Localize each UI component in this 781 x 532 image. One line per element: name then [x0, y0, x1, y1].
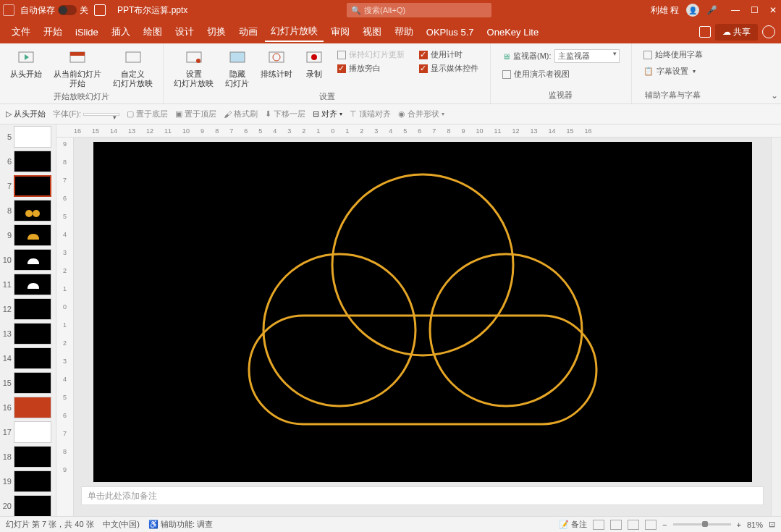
thumbnail-19[interactable]: 19	[1, 470, 54, 492]
slide-content[interactable]	[93, 142, 752, 482]
thumbnail-9[interactable]: 9	[1, 224, 54, 246]
qb-from-start[interactable]: ▷从头开始	[6, 109, 46, 119]
notes-button[interactable]: 📝 备注	[559, 519, 587, 530]
slideshow-view-button[interactable]	[645, 520, 657, 530]
play-narration-checkbox[interactable]: 播放旁白	[337, 63, 405, 74]
menu-插入[interactable]: 插入	[106, 22, 136, 41]
quick-access-bar: ▷从头开始 字体(F): ▢置于底层 ▣置于顶层 🖌格式刷 ⬇下移一层 ⊟对齐▾…	[0, 104, 781, 124]
search-input[interactable]: 🔍 搜索(Alt+Q)	[347, 3, 491, 17]
thumbnail-12[interactable]: 12	[1, 298, 54, 320]
ribbon-group-monitor: 🖥 监视器(M): 主监视器 使用演示者视图 监视器	[491, 43, 632, 104]
thumbnail-7[interactable]: 7	[1, 175, 54, 197]
avatar[interactable]: 👤	[686, 4, 699, 17]
share-button[interactable]: ☁ 共享	[715, 24, 758, 41]
comments-icon[interactable]	[699, 26, 711, 38]
qb-font[interactable]: 字体(F):	[53, 109, 119, 119]
thumbnail-20[interactable]: 20	[1, 495, 54, 516]
menu-审阅[interactable]: 审阅	[325, 22, 355, 41]
vertical-scrollbar[interactable]	[771, 138, 781, 516]
menu-文件[interactable]: 文件	[6, 22, 36, 41]
thumbnail-5[interactable]: 5	[1, 126, 54, 148]
menu-切换[interactable]: 切换	[201, 22, 232, 41]
save-icon[interactable]	[94, 4, 106, 16]
qb-top-align[interactable]: ⊤顶端对齐	[350, 109, 391, 119]
thumbnail-16[interactable]: 16	[1, 397, 54, 418]
qb-align[interactable]: ⊟对齐▾	[313, 109, 342, 119]
from-current-button[interactable]: 从当前幻灯片 开始	[49, 46, 106, 90]
qb-bring-front[interactable]: ▣置于顶层	[175, 109, 216, 119]
autosave-state: 关	[80, 4, 88, 17]
keep-updated-checkbox[interactable]: 保持幻灯片更新	[337, 49, 405, 60]
thumbnail-11[interactable]: 11	[1, 274, 54, 295]
hide-icon	[227, 48, 248, 68]
sorter-view-button[interactable]	[610, 520, 622, 530]
zoom-in-button[interactable]: +	[737, 520, 741, 529]
minimize-button[interactable]: —	[730, 5, 740, 15]
setup-button[interactable]: 设置 幻灯片放映	[169, 46, 218, 90]
autosave-label: 自动保存	[20, 4, 55, 17]
checkbox-icon	[419, 64, 428, 73]
toggle-icon[interactable]	[58, 5, 77, 15]
slide-thumbnails[interactable]: 56789101112131415161718192021	[0, 124, 56, 516]
notes-pane[interactable]: 单击此处添加备注	[81, 486, 764, 505]
menu-OneKey Lite[interactable]: OneKey Lite	[481, 24, 545, 41]
fit-button[interactable]: ⊡	[769, 520, 775, 529]
show-media-checkbox[interactable]: 显示媒体控件	[419, 63, 478, 74]
menu-设计[interactable]: 设计	[169, 22, 200, 41]
font-dropdown[interactable]	[83, 113, 119, 116]
subtitle-settings-button[interactable]: 📋字幕设置▾	[643, 66, 703, 77]
reading-view-button[interactable]	[628, 520, 639, 530]
language-status[interactable]: 中文(中国)	[103, 519, 140, 530]
ribbon-group-subtitle: 始终使用字幕 📋字幕设置▾ 辅助字幕与字幕	[632, 43, 714, 104]
thumbnail-14[interactable]: 14	[1, 347, 54, 369]
thumbnail-6[interactable]: 6	[1, 151, 54, 172]
zoom-level[interactable]: 81%	[747, 520, 763, 529]
maximize-button[interactable]: ☐	[749, 5, 759, 15]
menu-帮助[interactable]: 帮助	[389, 22, 419, 41]
thumbnail-8[interactable]: 8	[1, 200, 54, 221]
always-subtitle-checkbox[interactable]: 始终使用字幕	[643, 49, 703, 60]
thumbnail-10[interactable]: 10	[1, 249, 54, 271]
slide-canvas[interactable]	[93, 142, 752, 482]
rehearse-button[interactable]: 排练计时	[256, 46, 297, 90]
menu-bar: 文件开始iSlide插入绘图设计切换动画幻灯片放映审阅视图帮助OKPlus 5.…	[0, 20, 781, 43]
play-icon: ▷	[6, 109, 12, 119]
monitor-dropdown[interactable]: 主监视器	[554, 49, 620, 63]
menu-OKPlus 5.7[interactable]: OKPlus 5.7	[421, 24, 480, 41]
zoom-slider[interactable]	[673, 523, 731, 525]
mic-icon[interactable]: 🎤	[706, 5, 717, 15]
collapse-ribbon-button[interactable]: ⌄	[768, 88, 781, 104]
zoom-out-button[interactable]: −	[662, 520, 667, 529]
thumbnail-15[interactable]: 15	[1, 372, 54, 394]
menu-iSlide[interactable]: iSlide	[69, 24, 104, 41]
hide-slide-button[interactable]: 隐藏 幻灯片	[221, 46, 253, 90]
thumbnail-18[interactable]: 18	[1, 446, 54, 468]
qb-format-painter[interactable]: 🖌格式刷	[224, 109, 258, 119]
qb-backward[interactable]: ⬇下移一层	[265, 109, 305, 119]
menu-视图[interactable]: 视图	[357, 22, 387, 41]
qb-merge[interactable]: ◉合并形状▾	[398, 109, 444, 119]
use-timings-checkbox[interactable]: 使用计时	[419, 49, 478, 60]
thumbnail-13[interactable]: 13	[1, 323, 54, 345]
group-label: 设置	[319, 90, 335, 102]
svg-point-8	[273, 54, 280, 61]
feedback-icon[interactable]	[762, 25, 775, 38]
accessibility-status[interactable]: ♿ 辅助功能: 调查	[148, 519, 213, 530]
custom-show-button[interactable]: 自定义 幻灯片放映	[109, 46, 157, 90]
autosave-toggle[interactable]: 自动保存 关	[20, 4, 88, 17]
normal-view-button[interactable]	[593, 520, 604, 530]
from-beginning-button[interactable]: 从头开始	[6, 46, 46, 90]
vertical-ruler: 9876543210123456789	[56, 138, 74, 516]
menu-绘图[interactable]: 绘图	[138, 22, 168, 41]
menu-幻灯片放映[interactable]: 幻灯片放映	[265, 22, 324, 42]
close-button[interactable]: ✕	[768, 5, 778, 15]
app-icon[interactable]	[3, 4, 14, 16]
search-icon: 🔍	[351, 6, 361, 15]
presenter-view-checkbox[interactable]: 使用演示者视图	[502, 69, 620, 80]
qb-send-back[interactable]: ▢置于底层	[127, 109, 168, 119]
record-button[interactable]: 录制	[300, 46, 329, 90]
menu-开始[interactable]: 开始	[38, 22, 68, 41]
thumbnail-17[interactable]: 17	[1, 421, 54, 443]
menu-动画[interactable]: 动画	[233, 22, 263, 41]
subtitle-icon: 📋	[643, 67, 654, 76]
